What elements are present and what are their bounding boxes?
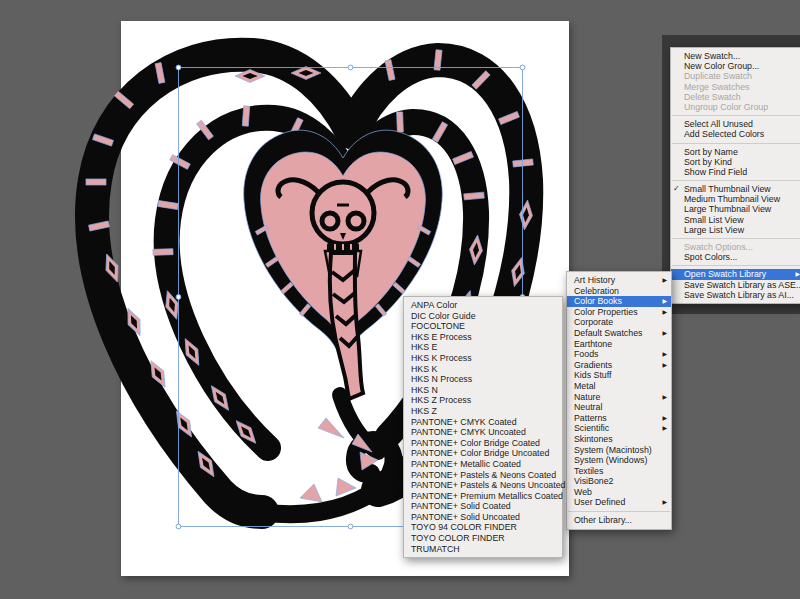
swatches-panel-menu: New Swatch...New Color Group...Duplicate… [670, 47, 800, 304]
menu-item-medium-thumbnail-view[interactable]: Medium Thumbnail View [671, 194, 800, 204]
menu-item-small-thumbnail-view[interactable]: ✓Small Thumbnail View [671, 184, 800, 194]
menu-item-label: PANTONE+ Solid Uncoated [411, 512, 520, 522]
menu-item-sort-by-name[interactable]: Sort by Name [671, 147, 800, 157]
menu-item-hks-k[interactable]: HKS K [404, 364, 562, 375]
menu-item-label: HKS N Process [411, 374, 472, 384]
menu-item-small-list-view[interactable]: Small List View [671, 215, 800, 225]
menu-item-large-thumbnail-view[interactable]: Large Thumbnail View [671, 204, 800, 214]
menu-item-color-books[interactable]: Color Books▶ [567, 296, 671, 307]
menu-item-label: HKS K [411, 364, 437, 374]
snake-tail [262, 395, 393, 514]
menu-item-focoltone[interactable]: FOCOLTONE [404, 321, 562, 332]
menu-item-pantone-metallic-coated[interactable]: PANTONE+ Metallic Coated [404, 459, 562, 470]
menu-item-metal[interactable]: Metal [567, 381, 671, 392]
menu-item-toyo-color-finder[interactable]: TOYO COLOR FINDER [404, 533, 562, 544]
menu-item-show-find-field[interactable]: Show Find Field [671, 167, 800, 177]
menu-item-kids-stuff[interactable]: Kids Stuff [567, 370, 671, 381]
menu-item-skintones[interactable]: Skintones [567, 434, 671, 445]
menu-item-foods[interactable]: Foods▶ [567, 349, 671, 360]
submenu-arrow-icon: ▶ [662, 392, 667, 403]
menu-item-label: Color Books [574, 296, 622, 306]
menu-item-label: Select All Unused [684, 119, 753, 129]
menu-item-trumatch[interactable]: TRUMATCH [404, 544, 562, 555]
menu-item-delete-swatch: Delete Swatch [671, 92, 800, 102]
menu-item-color-properties[interactable]: Color Properties▶ [567, 307, 671, 318]
menu-item-celebration[interactable]: Celebration [567, 286, 671, 297]
check-icon: ✓ [673, 184, 680, 194]
menu-item-scientific[interactable]: Scientific▶ [567, 423, 671, 434]
menu-item-hks-z-process[interactable]: HKS Z Process [404, 395, 562, 406]
menu-item-spot-colors[interactable]: Spot Colors... [671, 252, 800, 262]
menu-item-system-macintosh[interactable]: System (Macintosh) [567, 445, 671, 456]
menu-item-label: Color Properties [574, 307, 638, 317]
menu-item-label: Default Swatches [574, 328, 642, 338]
menu-item-other-library[interactable]: Other Library... [567, 515, 671, 526]
menu-item-user-defined[interactable]: User Defined▶ [567, 497, 671, 508]
submenu-arrow-icon: ▶ [662, 275, 667, 286]
menu-item-label: PANTONE+ Color Bridge Uncoated [411, 448, 549, 458]
menu-item-save-swatch-library-as-ai[interactable]: Save Swatch Library as AI... [671, 290, 800, 300]
menu-separator [672, 143, 800, 144]
menu-item-label: VisiBone2 [574, 476, 613, 486]
menu-item-new-color-group[interactable]: New Color Group... [671, 61, 800, 71]
menu-separator [672, 115, 800, 116]
menu-item-nature[interactable]: Nature▶ [567, 392, 671, 403]
menu-item-select-all-unused[interactable]: Select All Unused [671, 119, 800, 129]
menu-item-hks-e-process[interactable]: HKS E Process [404, 332, 562, 343]
menu-item-save-swatch-library-as-ase[interactable]: Save Swatch Library as ASE... [671, 280, 800, 290]
menu-item-label: Sort by Name [684, 147, 738, 157]
menu-item-label: Large List View [684, 225, 744, 235]
menu-item-pantone-pastels-neons-uncoated[interactable]: PANTONE+ Pastels & Neons Uncoated [404, 480, 562, 491]
menu-item-label: HKS N [411, 385, 438, 395]
menu-item-pantone-color-bridge-coated[interactable]: PANTONE+ Color Bridge Coated [404, 438, 562, 449]
menu-item-pantone-solid-coated[interactable]: PANTONE+ Solid Coated [404, 501, 562, 512]
menu-item-neutral[interactable]: Neutral [567, 402, 671, 413]
submenu-arrow-icon: ▶ [662, 296, 667, 307]
menu-item-default-swatches[interactable]: Default Swatches▶ [567, 328, 671, 339]
menu-item-label: Metal [574, 381, 596, 391]
menu-item-toyo-94-color-finder[interactable]: TOYO 94 COLOR FINDER [404, 522, 562, 533]
menu-item-hks-e[interactable]: HKS E [404, 342, 562, 353]
menu-item-system-windows[interactable]: System (Windows) [567, 455, 671, 466]
menu-item-hks-z[interactable]: HKS Z [404, 406, 562, 417]
menu-item-textiles[interactable]: Textiles [567, 466, 671, 477]
menu-item-label: PANTONE+ Premium Metallics Coated [411, 491, 563, 501]
menu-item-pantone-cmyk-uncoated[interactable]: PANTONE+ CMYK Uncoated [404, 427, 562, 438]
menu-item-label: Save Swatch Library as AI... [684, 290, 794, 300]
menu-item-label: HKS Z Process [411, 395, 471, 405]
menu-item-earthtone[interactable]: Earthtone [567, 339, 671, 350]
menu-item-label: DIC Color Guide [411, 311, 476, 321]
menu-item-patterns[interactable]: Patterns▶ [567, 413, 671, 424]
menu-item-hks-k-process[interactable]: HKS K Process [404, 353, 562, 364]
menu-item-hks-n-process[interactable]: HKS N Process [404, 374, 562, 385]
menu-item-art-history[interactable]: Art History▶ [567, 275, 671, 286]
menu-item-label: PANTONE+ Solid Coated [411, 501, 511, 511]
menu-item-swatch-options: Swatch Options... [671, 242, 800, 252]
menu-item-pantone-cmyk-coated[interactable]: PANTONE+ CMYK Coated [404, 417, 562, 428]
menu-item-dic-color-guide[interactable]: DIC Color Guide [404, 311, 562, 322]
menu-item-add-selected-colors[interactable]: Add Selected Colors [671, 129, 800, 139]
illustrator-canvas-area: New Swatch...New Color Group...Duplicate… [0, 0, 800, 599]
menu-item-sort-by-kind[interactable]: Sort by Kind [671, 157, 800, 167]
menu-item-label: FOCOLTONE [411, 321, 465, 331]
menu-item-gradients[interactable]: Gradients▶ [567, 360, 671, 371]
menu-item-visibone2[interactable]: VisiBone2 [567, 476, 671, 487]
menu-item-web[interactable]: Web [567, 487, 671, 498]
menu-item-label: ANPA Color [411, 300, 457, 310]
menu-item-label: PANTONE+ Pastels & Neons Coated [411, 470, 556, 480]
menu-item-pantone-color-bridge-uncoated[interactable]: PANTONE+ Color Bridge Uncoated [404, 448, 562, 459]
menu-item-pantone-solid-uncoated[interactable]: PANTONE+ Solid Uncoated [404, 512, 562, 523]
menu-item-anpa-color[interactable]: ANPA Color [404, 300, 562, 311]
menu-item-corporate[interactable]: Corporate [567, 317, 671, 328]
menu-item-label: Gradients [574, 360, 612, 370]
menu-item-large-list-view[interactable]: Large List View [671, 225, 800, 235]
menu-item-pantone-premium-metallics-coated[interactable]: PANTONE+ Premium Metallics Coated [404, 491, 562, 502]
menu-item-new-swatch[interactable]: New Swatch... [671, 51, 800, 61]
menu-item-label: PANTONE+ CMYK Coated [411, 417, 517, 427]
open-swatch-library-submenu: Art History▶CelebrationColor Books▶Color… [566, 271, 672, 530]
menu-item-label: TOYO COLOR FINDER [411, 533, 505, 543]
menu-item-pantone-pastels-neons-coated[interactable]: PANTONE+ Pastels & Neons Coated [404, 470, 562, 481]
menu-separator [672, 238, 800, 239]
menu-item-open-swatch-library[interactable]: Open Swatch Library▶ [671, 269, 800, 279]
menu-item-hks-n[interactable]: HKS N [404, 385, 562, 396]
